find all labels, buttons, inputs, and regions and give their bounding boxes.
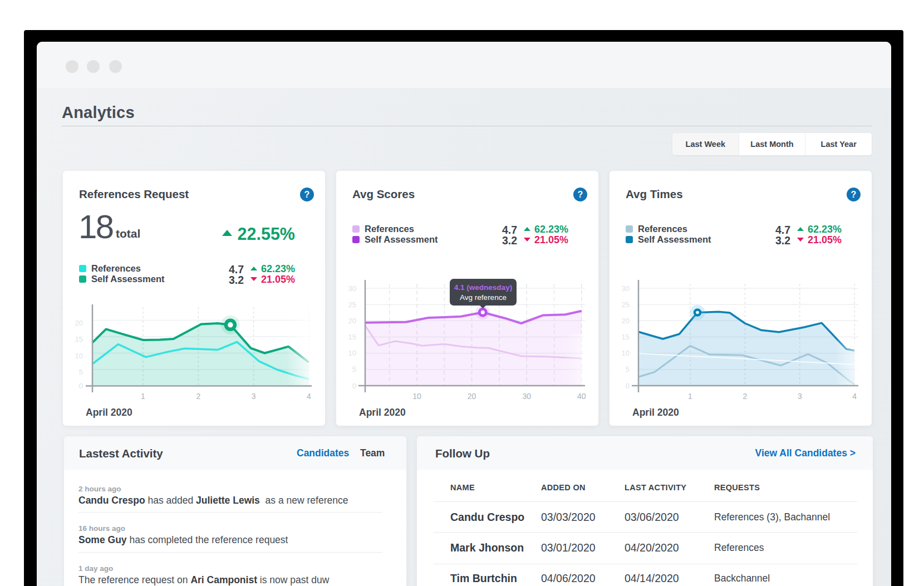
svg-text:20: 20 [622, 317, 630, 325]
svg-text:15: 15 [348, 333, 356, 341]
svg-text:25: 25 [348, 301, 356, 309]
svg-text:30: 30 [522, 392, 531, 401]
svg-text:15: 15 [622, 333, 630, 341]
svg-text:2: 2 [743, 392, 748, 401]
svg-text:10: 10 [75, 352, 83, 360]
svg-text:3: 3 [798, 392, 802, 401]
svg-text:5: 5 [352, 365, 356, 373]
svg-text:10: 10 [348, 349, 356, 357]
svg-text:20: 20 [348, 317, 356, 325]
svg-text:1: 1 [141, 392, 145, 401]
svg-text:30: 30 [348, 284, 356, 293]
svg-text:0: 0 [626, 382, 630, 390]
svg-text:10: 10 [412, 392, 421, 401]
svg-text:40: 40 [577, 392, 586, 401]
svg-text:30: 30 [622, 284, 630, 293]
svg-text:25: 25 [622, 301, 630, 309]
svg-text:20: 20 [75, 319, 83, 327]
svg-text:0: 0 [79, 382, 83, 390]
svg-text:3: 3 [252, 392, 256, 401]
svg-text:20: 20 [468, 392, 476, 401]
svg-text:5: 5 [626, 365, 630, 373]
svg-text:0: 0 [352, 382, 356, 390]
svg-text:10: 10 [622, 349, 630, 357]
svg-text:2: 2 [196, 392, 200, 401]
svg-text:5: 5 [79, 368, 83, 376]
svg-text:15: 15 [75, 335, 83, 343]
svg-text:4: 4 [307, 392, 311, 401]
svg-text:4: 4 [852, 392, 857, 401]
svg-text:1: 1 [688, 392, 692, 401]
